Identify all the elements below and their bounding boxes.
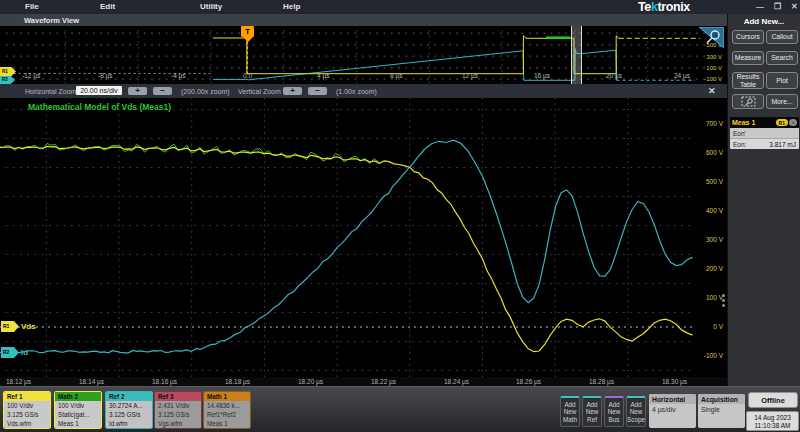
h-zoom-plus-button[interactable]: + — [128, 87, 147, 95]
trace-vds-voltage — [0, 146, 692, 352]
channel-badge-ref2[interactable]: Ref 2 30.2724 A...3.125 GS/sId.wfm — [105, 391, 153, 429]
zoom-magnifier-icon[interactable] — [696, 27, 724, 49]
time-label: 18.24 µs — [444, 378, 469, 385]
horizontal-panel[interactable]: Horizontal 4 µs/div — [649, 394, 696, 428]
add-new-math-button[interactable]: Add New Math — [560, 396, 580, 427]
results-table-button[interactable]: Results Table — [732, 72, 764, 89]
meas1-row: Eon' — [730, 128, 799, 139]
channel-badge-ref1[interactable]: Ref 1 100 V/div3.125 GS/sVds.wfm — [3, 391, 51, 429]
time-label: 18.28 µs — [589, 378, 614, 385]
minimize-icon[interactable]: — — [756, 2, 764, 11]
v-zoom-plus-button[interactable]: + — [283, 87, 302, 95]
overview-time-label: 16 µs — [534, 72, 550, 79]
overview-time-label: -12 µs — [22, 72, 40, 79]
v-zoom-factor-text: (1.00x zoom) — [336, 88, 377, 95]
more-button[interactable]: More... — [766, 94, 798, 109]
zoom-close-icon[interactable]: ✕ — [708, 86, 716, 96]
acquisition-panel[interactable]: Acquisition Single — [698, 394, 745, 428]
measure-button[interactable]: Measure — [732, 51, 764, 65]
close-icon[interactable]: ✕ — [791, 2, 798, 11]
overview-time-label: 4 µs — [317, 72, 329, 79]
overview-time-label: 24 µs — [674, 72, 690, 79]
plot-button[interactable]: Plot — [766, 72, 798, 89]
h-zoom-scale-value[interactable]: 20.00 ns/div — [76, 86, 122, 95]
overview-time-label: 20 µs — [606, 72, 622, 79]
menu-utility[interactable]: Utility — [200, 2, 222, 11]
overview-time-label: -4 µs — [171, 72, 186, 79]
offline-button[interactable]: Offline — [748, 392, 798, 408]
overview-time-label: -8 µs — [98, 72, 113, 79]
trace-math2-model — [0, 142, 379, 163]
v-axis-label: 200 V — [694, 265, 723, 272]
tektronix-logo: Tektronix — [638, 0, 726, 14]
settings-bar: Ref 1 100 V/div3.125 GS/sVds.wfm Math 2 … — [0, 386, 800, 432]
meas1-name: Meas 1 — [732, 119, 776, 126]
ref1-channel-label: Vds — [21, 322, 36, 331]
time-label: 18.20 µs — [298, 378, 323, 385]
v-axis-label: 400 V — [694, 207, 723, 214]
overview-v-label: 300 V — [692, 54, 722, 60]
overview-v-label: 100 V — [692, 65, 722, 71]
meas1-row: Eon:3.817 mJ — [730, 139, 799, 149]
cursors-button[interactable]: Cursors — [732, 30, 764, 44]
callout-button[interactable]: Callout — [766, 30, 798, 44]
time-label: 18.12 µs — [6, 378, 31, 385]
tab-waveform-view[interactable]: Waveform View — [24, 16, 79, 25]
overview-time-label: 12 µs — [462, 72, 478, 79]
meas1-header[interactable]: Meas 1 R1 › — [730, 117, 799, 128]
overview-v-label: -100 V — [692, 76, 722, 82]
channel-badge-math2[interactable]: Math 2 100 V/divStatic|gat...Meas 1 — [54, 391, 102, 429]
add-new-ref-button[interactable]: Add New Ref — [582, 396, 602, 427]
v-axis-label: 500 V — [694, 178, 723, 185]
channel-badge-ref3[interactable]: Ref 3 2.431 V/div3.125 GS/sVgs.wfm — [154, 391, 202, 429]
v-zoom-label: Vertical Zoom — [238, 88, 281, 95]
v-axis-label: -100 V — [694, 352, 723, 359]
restore-icon[interactable]: ❐ — [774, 2, 781, 11]
trigger-pointer-icon — [243, 37, 253, 42]
v-axis-label: 700 V — [694, 120, 723, 127]
trace-id-current — [0, 140, 692, 353]
menu-file[interactable]: File — [25, 2, 39, 11]
overview-time-label: 0.0 — [243, 72, 252, 79]
main-traces — [0, 98, 693, 377]
panel-resize-handle[interactable] — [722, 294, 725, 307]
draw-a-box-button[interactable] — [732, 94, 764, 109]
h-zoom-minus-button[interactable]: − — [153, 87, 172, 95]
trace-vds-ref1 — [213, 36, 619, 74]
tekscope-window: File Edit Utility Help Tektronix — ❐ ✕ W… — [0, 0, 800, 432]
datetime-display: 14 Aug 202311:10:38 AM — [746, 411, 799, 431]
waveform-overview[interactable]: T R1 R2 -12 µs -8 µs -4 µs 0.0 4 µs 8 µs… — [0, 26, 727, 84]
menu-edit[interactable]: Edit — [100, 2, 115, 11]
v-axis-label: 100 V — [694, 294, 723, 301]
results-bar: Add New... Cursors Callout Measure Searc… — [727, 14, 800, 386]
v-axis-label: 600 V — [694, 149, 723, 156]
draw-a-box-icon — [741, 96, 756, 107]
search-button[interactable]: Search — [766, 51, 798, 65]
zoom-toolbar: Horizontal Zoom Scale 20.00 ns/div + − (… — [0, 84, 727, 98]
trigger-marker[interactable]: T — [241, 26, 254, 42]
trigger-t-icon: T — [241, 26, 254, 37]
zoom-waveform-view[interactable]: Mathematical Model of Vds (Meas1) 700 V … — [0, 98, 727, 377]
time-label: 18.22 µs — [371, 378, 396, 385]
add-new-scope-button[interactable]: Add New Scope — [626, 396, 646, 427]
time-label: 18.16 µs — [152, 378, 177, 385]
time-axis: 18.12 µs 18.14 µs 18.16 µs 18.18 µs 18.2… — [0, 377, 727, 386]
time-label: 18.14 µs — [79, 378, 104, 385]
meas1-expand-icon[interactable]: › — [789, 119, 797, 126]
channel-badge-math1[interactable]: Math 1 14.4836 k...Ref1*Ref2Meas 1 — [203, 391, 251, 429]
time-label: 18.26 µs — [516, 378, 541, 385]
time-label: 18.30 µs — [662, 378, 687, 385]
v-axis-label: 0 V — [694, 323, 723, 330]
trace-id-ref2 — [213, 49, 617, 81]
meas1-source-badge: R1 — [776, 119, 788, 126]
menu-help[interactable]: Help — [283, 2, 300, 11]
v-axis-label: 300 V — [694, 236, 723, 243]
v-zoom-minus-button[interactable]: − — [308, 87, 327, 95]
h-zoom-factor-text: (200.00x zoom) — [181, 88, 230, 95]
zoom-window-selector[interactable] — [571, 26, 582, 84]
meas1-badge[interactable]: Meas 1 R1 › Eon' Eon:3.817 mJ — [730, 117, 799, 149]
add-new-bus-button[interactable]: Add New Bus — [604, 396, 624, 427]
time-label: 18.18 µs — [225, 378, 250, 385]
plot-title: Mathematical Model of Vds (Meas1) — [28, 102, 171, 112]
menu-bar: File Edit Utility Help Tektronix — ❐ ✕ — [0, 0, 800, 14]
